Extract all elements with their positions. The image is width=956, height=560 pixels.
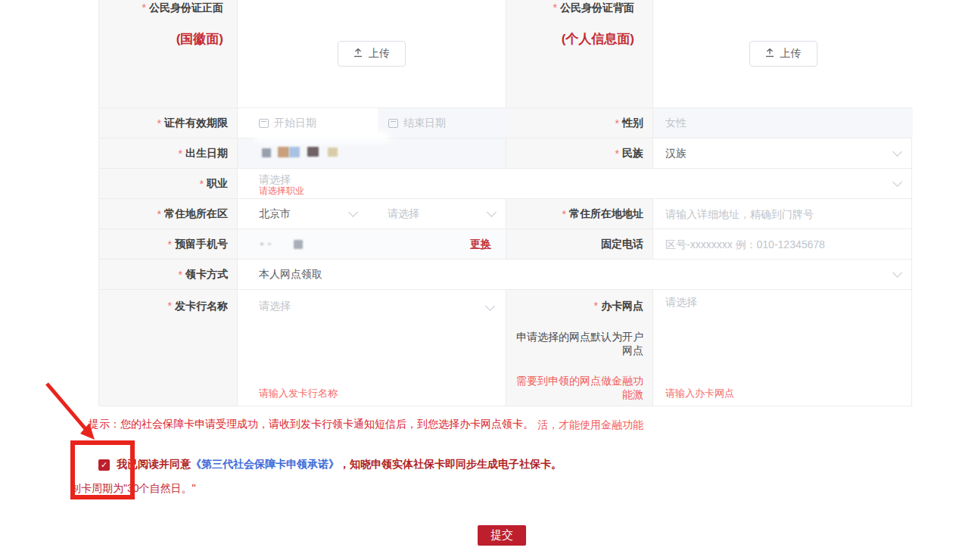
occupation-row: *职业 请选择 请选择职业 — [99, 169, 911, 199]
validity-label: *证件有效期限 — [99, 108, 238, 138]
upload-icon — [353, 48, 363, 60]
id-front-upload-button[interactable]: 上传 — [338, 41, 406, 67]
region-address-row: *常住地所在区 北京市 请选择 *常住所在地地址 — [99, 199, 911, 229]
chevron-down-icon — [892, 177, 902, 187]
redacted-birth-date — [278, 147, 289, 157]
landline-input[interactable] — [665, 229, 892, 259]
redacted-phone-number — [260, 243, 263, 245]
ssc-application-page: *公民身份证正面 (国徽面) 上传 *公民身份证背面 (个人信息面) 上传 — [0, 0, 956, 560]
ethnicity-value: 汉族 — [665, 147, 687, 160]
branch-note-warning: 需要到申领的网点做金融功能激 — [514, 374, 643, 401]
change-phone-link[interactable]: 更换 — [470, 238, 491, 251]
phone-label: *预留手机号 — [99, 229, 238, 259]
bank-label: *发卡行名称 — [99, 290, 238, 406]
branch-error: 请输入办卡网点 — [665, 387, 734, 400]
occupation-label: *职业 — [99, 169, 238, 198]
address-value-cell — [653, 199, 913, 229]
redacted-phone-number — [294, 240, 303, 249]
gender-label: *性别 — [506, 108, 653, 138]
address-label: *常住所在地地址 — [506, 199, 653, 229]
redacted-phone-number — [268, 243, 271, 245]
id-front-label-cell: *公民身份证正面 (国徽面) — [99, 0, 238, 107]
pickup-method-row: *领卡方式 本人网点领取 — [99, 260, 911, 290]
occupation-select[interactable]: 请选择 请选择职业 — [238, 169, 913, 198]
ethnicity-select[interactable]: 汉族 — [653, 138, 913, 168]
calendar-icon — [259, 119, 269, 128]
start-date-placeholder: 开始日期 — [274, 117, 316, 130]
branch-placeholder: 请选择 — [665, 296, 697, 310]
id-front-sub-label: (国徽面) — [99, 30, 223, 48]
id-back-sub-label: (个人信息面) — [506, 30, 634, 48]
phone-value-cell: 更换 — [238, 229, 506, 259]
redacted-birth-date — [262, 148, 271, 157]
branch-note: 申请选择的网点默认为开户网点 — [514, 330, 643, 357]
landline-value-cell — [653, 229, 913, 259]
address-input[interactable] — [665, 199, 892, 229]
required-mark: * — [142, 2, 146, 14]
chevron-down-icon — [892, 268, 902, 278]
province-select[interactable]: 北京市 — [259, 207, 291, 221]
bank-select[interactable]: 请选择 请输入发卡行名称 — [238, 290, 506, 406]
card-production-period-text: 制卡周期为"30个自然日。" — [70, 482, 196, 496]
branch-label: *办卡网点 — [514, 300, 643, 313]
redacted-birth-date — [307, 147, 319, 157]
id-upload-row: *公民身份证正面 (国徽面) 上传 *公民身份证背面 (个人信息面) 上传 — [99, 0, 911, 108]
gender-value-cell: 女性 — [653, 108, 913, 138]
pickup-method-select[interactable]: 本人网点领取 — [238, 260, 913, 289]
id-front-upload-cell: 上传 — [238, 0, 506, 107]
branch-label-cell: *办卡网点 申请选择的网点默认为开户网点 需要到申领的网点做金融功能激 活，才能… — [506, 290, 653, 406]
landline-label: 固定电话 — [506, 229, 653, 259]
branch-select[interactable]: 请选择 请输入办卡网点 — [653, 290, 913, 406]
pickup-method-label: *领卡方式 — [99, 260, 238, 289]
id-back-upload-button[interactable]: 上传 — [749, 41, 817, 67]
submission-tip: 提示：您的社会保障卡申请受理成功，请收到发卡行领卡通知短信后，到您选择办卡网点领… — [89, 418, 534, 431]
upload-icon — [765, 48, 774, 60]
phone-landline-row: *预留手机号 更换 固定电话 — [99, 229, 911, 260]
gender-value: 女性 — [665, 117, 687, 130]
redacted-birth-date — [289, 147, 300, 157]
birth-ethnicity-row: *出生日期 *民族 汉族 — [99, 138, 911, 169]
agreement-row: ✓ 我已阅读并同意《第三代社会保障卡申领承诺》，知晓申领实体社保卡即同步生成电子… — [98, 458, 562, 471]
calendar-icon — [388, 119, 398, 128]
bank-branch-row: *发卡行名称 请选择 请输入发卡行名称 *办卡网点 申请选择的网点默认为开户网点… — [99, 290, 911, 406]
pickup-method-value: 本人网点领取 — [259, 268, 322, 282]
birth-date-label: *出生日期 — [99, 138, 238, 168]
id-back-label-cell: *公民身份证背面 (个人信息面) — [506, 0, 653, 107]
chevron-down-icon — [892, 147, 902, 157]
redaction-smudge — [254, 132, 391, 142]
submit-button[interactable]: 提交 — [478, 525, 526, 546]
id-front-label: *公民身份证正面 — [99, 2, 223, 15]
agreement-checkbox[interactable]: ✓ — [98, 459, 110, 471]
id-back-upload-cell: 上传 — [653, 0, 913, 107]
required-mark: * — [553, 2, 557, 14]
redacted-birth-date — [328, 148, 338, 157]
district-select[interactable]: 请选择 — [388, 207, 419, 221]
agreement-link[interactable]: 《第三代社会保障卡申领承诺》 — [191, 458, 339, 470]
end-date-picker[interactable]: 结束日期 — [378, 108, 506, 138]
chevron-down-icon — [487, 207, 497, 217]
application-form-table: *公民身份证正面 (国徽面) 上传 *公民身份证背面 (个人信息面) 上传 — [98, 0, 912, 406]
agreement-text: 我已阅读并同意《第三代社会保障卡申领承诺》，知晓申领实体社保卡即同步生成电子社保… — [117, 458, 562, 471]
chevron-down-icon — [348, 207, 358, 217]
birth-date-value-cell — [238, 138, 506, 168]
chevron-down-icon — [485, 301, 495, 311]
bank-placeholder: 请选择 — [259, 300, 291, 313]
end-date-placeholder: 结束日期 — [403, 117, 446, 130]
bank-error: 请输入发卡行名称 — [259, 387, 338, 400]
upload-button-label: 上传 — [369, 47, 390, 61]
region-label: *常住地所在区 — [99, 199, 238, 229]
validity-gender-row: *证件有效期限 开始日期 结束日期 *性别 女性 — [99, 108, 911, 138]
ethnicity-label: *民族 — [506, 138, 653, 168]
id-back-label: *公民身份证背面 — [506, 2, 634, 15]
occupation-error: 请选择职业 — [259, 185, 304, 198]
upload-button-label: 上传 — [780, 47, 802, 61]
region-value-cell: 北京市 请选择 — [238, 199, 506, 229]
